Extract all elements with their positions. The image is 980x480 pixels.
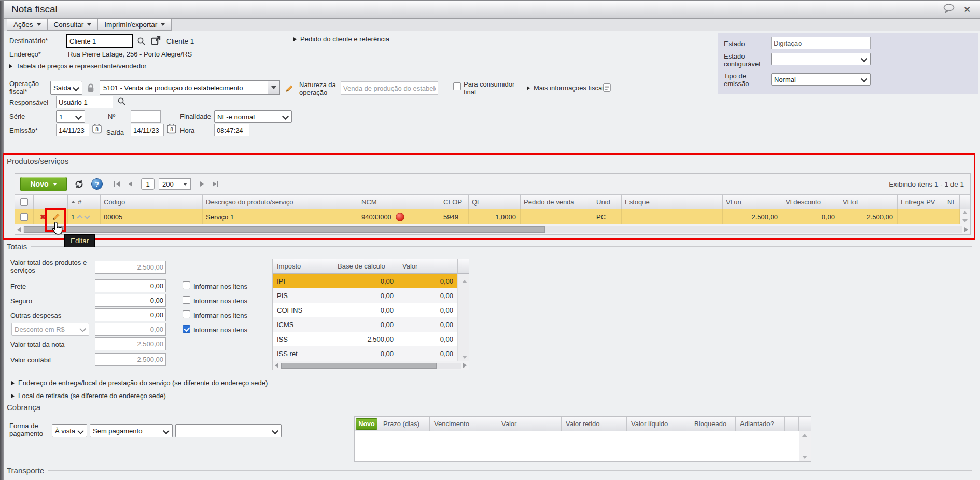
lock-icon bbox=[87, 83, 95, 95]
hora-input[interactable] bbox=[214, 124, 249, 136]
menu-imprimir-exportar[interactable]: Imprimir/exportar bbox=[97, 19, 172, 31]
imposto-base: 0,00 bbox=[333, 274, 398, 288]
open-record-icon[interactable] bbox=[151, 36, 161, 48]
seguro-input[interactable] bbox=[95, 294, 166, 307]
vertical-scrollbar[interactable] bbox=[799, 431, 811, 461]
search-icon[interactable] bbox=[137, 37, 146, 48]
seguro-informar-checkbox[interactable] bbox=[183, 296, 190, 304]
scroll-left-icon[interactable] bbox=[275, 363, 278, 368]
menu-consultar[interactable]: Consultar bbox=[47, 19, 99, 31]
totais-section-title: Totais bbox=[7, 242, 972, 251]
horizontal-scrollbar[interactable] bbox=[273, 361, 469, 370]
page-scrollbar-strip[interactable] bbox=[0, 1, 4, 480]
frete-input[interactable] bbox=[95, 279, 166, 292]
saida-date-input[interactable] bbox=[131, 124, 164, 136]
scroll-down-icon[interactable] bbox=[462, 356, 467, 359]
desconto-informar-checkbox[interactable] bbox=[183, 325, 190, 333]
imposto-nome: ICMS bbox=[273, 317, 333, 332]
impostos-table: Imposto Base de cálculo Valor IPI 0,00 0… bbox=[272, 259, 469, 370]
edit-pencil-icon[interactable] bbox=[284, 83, 294, 95]
close-icon[interactable]: ✕ bbox=[964, 5, 971, 15]
nota-fiscal-window: Nota fiscal ✕ Ações Consultar Imprimir/e… bbox=[0, 0, 980, 480]
forma-pagamento-label: Forma de pagamento bbox=[9, 422, 51, 437]
natureza-operacao-label: Natureza da operação bbox=[299, 81, 341, 96]
outras-despesas-input[interactable] bbox=[95, 308, 166, 321]
mais-informacoes-link[interactable]: Mais informações fiscais bbox=[527, 84, 607, 92]
tabela-precos-link[interactable]: Tabela de preços e representante/vendedo… bbox=[9, 62, 147, 70]
col-base-calculo: Base de cálculo bbox=[333, 259, 398, 274]
parcelas-select[interactable] bbox=[175, 424, 282, 437]
hora-label: Hora bbox=[180, 126, 194, 134]
col-valor-retido: Valor retido bbox=[562, 417, 627, 431]
menu-acoes-label: Ações bbox=[13, 21, 33, 29]
col-bloqueado: Bloqueado bbox=[690, 417, 736, 431]
imposto-row-icms[interactable]: ICMS 0,00 0,00 bbox=[273, 317, 469, 332]
hand-cursor bbox=[51, 221, 64, 238]
scrollbar-thumb[interactable] bbox=[281, 363, 437, 369]
chevron-down-icon bbox=[163, 428, 170, 434]
finalidade-select[interactable]: NF-e normal bbox=[214, 110, 292, 123]
menu-acoes[interactable]: Ações bbox=[7, 19, 48, 31]
imposto-row-pis[interactable]: PIS 0,00 0,00 bbox=[273, 288, 469, 303]
chevron-down-icon bbox=[73, 84, 79, 91]
scroll-down-icon[interactable] bbox=[802, 456, 807, 459]
scroll-up-icon[interactable] bbox=[462, 280, 467, 283]
triangle-down-icon bbox=[271, 86, 276, 89]
tipo-emissao-select[interactable]: Normal bbox=[771, 73, 871, 86]
imposto-row-cofins[interactable]: COFINS 0,00 0,00 bbox=[273, 303, 469, 317]
annotation-box-produtos bbox=[3, 153, 975, 240]
numero-label: Nº bbox=[108, 112, 115, 120]
imposto-nome: IPI bbox=[273, 274, 333, 288]
scroll-right-icon[interactable] bbox=[463, 363, 467, 368]
imposto-row-iss[interactable]: ISS 2.500,00 0,00 bbox=[273, 332, 469, 346]
operacao-fiscal-combo[interactable]: 5101 - Venda de produção do estabelecime… bbox=[100, 80, 280, 95]
calendar-icon[interactable]: 8 bbox=[167, 124, 176, 136]
imposto-valor: 0,00 bbox=[398, 288, 458, 303]
impostos-header: Imposto Base de cálculo Valor bbox=[273, 259, 469, 274]
chevron-down-icon bbox=[861, 55, 867, 62]
col-scroll bbox=[458, 259, 469, 274]
imposto-valor: 0,00 bbox=[398, 317, 458, 332]
natureza-operacao-input[interactable] bbox=[341, 81, 438, 95]
endereco-value: Rua Pierre Lafage, 256 - Porto Alegre/RS bbox=[68, 50, 192, 58]
responsavel-input[interactable] bbox=[56, 96, 113, 108]
imposto-nome: ISS bbox=[273, 332, 333, 346]
destinatario-input[interactable] bbox=[66, 34, 133, 48]
vista-select[interactable]: À vista bbox=[52, 424, 87, 437]
valor-contabil-label: Valor contábil bbox=[10, 356, 51, 364]
consumidor-final-checkbox[interactable] bbox=[453, 82, 461, 90]
col-prazo: Prazo (dias) bbox=[379, 417, 430, 431]
operacao-tipo-select[interactable]: Saída bbox=[50, 81, 82, 95]
imposto-base: 0,00 bbox=[333, 288, 398, 303]
emissao-input[interactable] bbox=[56, 124, 89, 136]
local-retirada-link[interactable]: Local de retirada (se diferente do ender… bbox=[11, 392, 166, 400]
vista-value: À vista bbox=[55, 427, 75, 435]
combo-dropdown-button[interactable] bbox=[268, 81, 279, 94]
operacao-tipo-value: Saída bbox=[53, 84, 71, 92]
col-vencimento: Vencimento bbox=[430, 417, 497, 431]
outras-informar-checkbox[interactable] bbox=[183, 310, 190, 318]
imposto-nome: PIS bbox=[273, 288, 333, 303]
page-title: Nota fiscal bbox=[11, 4, 58, 15]
endereco-entrega-link[interactable]: Endereço de entrega/local de prestação d… bbox=[11, 379, 268, 387]
calendar-icon[interactable]: 8 bbox=[92, 124, 102, 136]
imposto-row-ipi[interactable]: IPI 0,00 0,00 bbox=[273, 274, 469, 288]
chevron-down-icon bbox=[79, 326, 86, 332]
destinatario-display: Cliente 1 bbox=[166, 37, 194, 45]
serie-select[interactable]: 1 bbox=[56, 110, 85, 123]
search-icon[interactable] bbox=[117, 97, 126, 108]
tipo-emissao-value: Normal bbox=[774, 76, 796, 83]
pedido-cliente-link[interactable]: Pedido do cliente e referência bbox=[293, 35, 389, 43]
frete-informar-checkbox[interactable] bbox=[183, 281, 190, 289]
numero-input[interactable] bbox=[131, 110, 161, 123]
document-icon[interactable] bbox=[603, 83, 611, 94]
pagamento-select[interactable]: Sem pagamento bbox=[90, 424, 173, 437]
novo-cobranca-button[interactable]: Novo bbox=[356, 418, 377, 430]
titlebar: Nota fiscal ✕ bbox=[4, 1, 980, 19]
chat-icon[interactable] bbox=[942, 3, 956, 16]
estado-configuravel-select[interactable] bbox=[771, 53, 871, 65]
destinatario-label: Destinatário* bbox=[9, 37, 48, 45]
col-valor: Valor bbox=[398, 259, 458, 274]
imposto-row-iss-ret[interactable]: ISS ret 0,00 0,00 bbox=[273, 346, 469, 361]
scroll-up-icon[interactable] bbox=[802, 434, 807, 437]
